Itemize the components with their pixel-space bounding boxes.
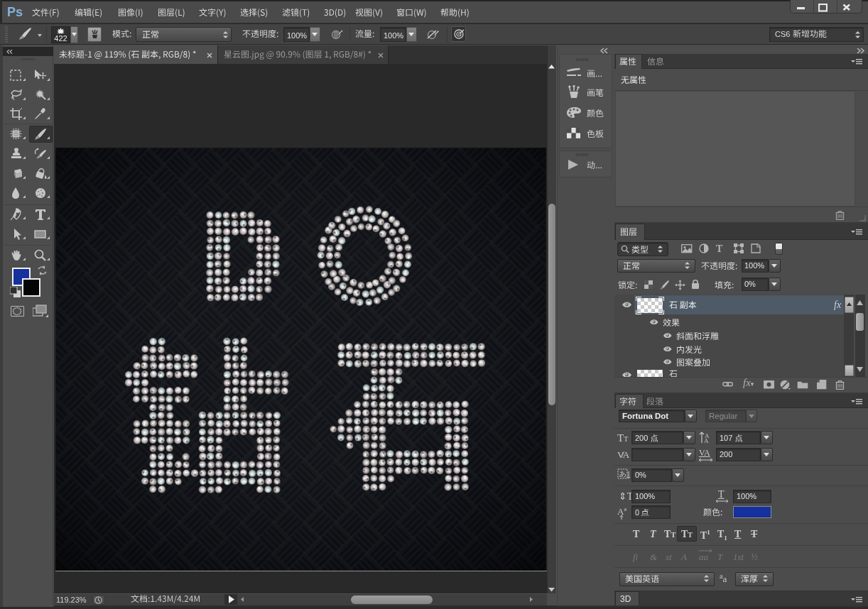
svg-text:A: A (704, 437, 709, 444)
svg-text:あ: あ (619, 470, 626, 478)
